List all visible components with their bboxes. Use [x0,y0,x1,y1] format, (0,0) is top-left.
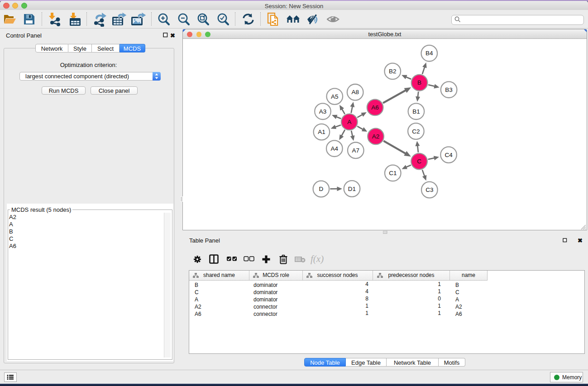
svg-text:A4: A4 [331,145,339,152]
svg-text:A: A [347,119,351,125]
svg-text:B4: B4 [425,50,433,57]
svg-text:C4: C4 [445,152,453,158]
svg-text:A3: A3 [319,108,327,115]
svg-text:C2: C2 [412,128,420,135]
svg-text:B: B [417,79,421,86]
svg-text:D: D [319,186,324,192]
svg-text:A2: A2 [372,133,380,140]
svg-text:C3: C3 [425,186,433,193]
svg-text:B1: B1 [412,108,420,115]
svg-text:A7: A7 [352,147,360,154]
svg-text:B2: B2 [389,68,397,75]
svg-text:B3: B3 [445,86,453,93]
svg-text:C: C [417,158,421,165]
svg-text:A1: A1 [318,129,325,135]
svg-text:A6: A6 [371,104,379,111]
svg-text:C1: C1 [389,170,397,176]
svg-text:D1: D1 [348,186,356,192]
svg-text:A5: A5 [331,93,339,100]
svg-text:A8: A8 [351,89,359,95]
